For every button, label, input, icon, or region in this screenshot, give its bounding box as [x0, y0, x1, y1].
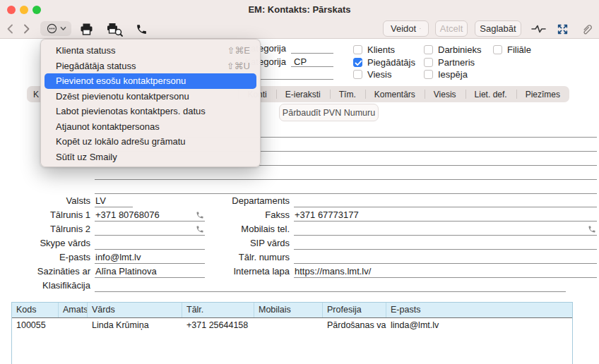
sip-input[interactable]: [294, 237, 597, 250]
checkbox-filiale[interactable]: Filiāle: [493, 44, 531, 54]
mobile-input[interactable]: [294, 223, 597, 236]
more-actions-button[interactable]: [40, 21, 71, 36]
field-label: Tālrunis 1: [0, 209, 90, 222]
column-header-epasts[interactable]: E-pasts: [386, 303, 572, 317]
cancel-button-label: Atcelt: [440, 23, 463, 34]
save-button-label: Saglabāt: [480, 23, 516, 34]
menu-item-shortcut: ⇧⌘E: [227, 43, 250, 59]
field-label: Tālrunis 2: [0, 223, 90, 236]
more-actions-menu: Klienta statuss ⇧⌘E Piegādātāja statuss …: [40, 39, 261, 167]
phone-call-icon[interactable]: [136, 23, 148, 35]
cell-mobilais[interactable]: [254, 318, 323, 334]
activity-icon[interactable]: [531, 25, 546, 33]
toolbar: Veidot Atcelt Saglabāt: [0, 20, 599, 39]
window-title: EM: Kontakts: Pārskats: [0, 4, 599, 15]
phone-dial-icon[interactable]: [588, 225, 596, 233]
menu-item-dzest-pievienotu-kontaktpersonu[interactable]: Dzēst pievienotu kontaktpersonu: [41, 89, 260, 104]
tab-viesis[interactable]: Viesis: [425, 86, 465, 102]
field-label: Fakss: [184, 209, 290, 222]
website-input[interactable]: https://mans.lmt.lv/: [294, 265, 597, 278]
field-label: Skype vārds: [0, 237, 90, 250]
menu-item-sutit-uz-smaily[interactable]: Sūtīt uz Smaily: [41, 150, 260, 165]
field-label: Interneta lapa: [184, 265, 290, 278]
column-header-mobilais[interactable]: Mobilais: [254, 303, 323, 317]
checkbox-label: Piegādātājs: [367, 57, 415, 68]
chevron-down-icon: [420, 25, 421, 32]
field-label: Tālr. numurs: [184, 251, 290, 264]
menu-item-label: Labot pievienotas kontaktpers. datus: [56, 104, 206, 119]
department-input[interactable]: [294, 195, 597, 207]
address-field-line-3[interactable]: [95, 179, 597, 180]
tab-e-ieraksti[interactable]: E-ieraksti: [276, 86, 330, 102]
checkbox-label: Filiāle: [507, 44, 531, 55]
menu-item-piegadataja-statuss[interactable]: Piegādātāja statuss ⇧⌘U: [41, 59, 260, 74]
contacts-table-header: Kods Amats Vārds Tālr. Mobilais Profesij…: [12, 303, 572, 318]
checkbox-klients[interactable]: Klients: [353, 44, 395, 54]
menu-item-labot-pievienotas-kontaktpers-datus[interactable]: Labot pievienotas kontaktpers. datus: [41, 104, 260, 119]
checkbox-box[interactable]: [353, 70, 362, 79]
field-label: Departaments: [184, 195, 290, 207]
column-header-amats[interactable]: Amats: [59, 303, 88, 317]
field-label: Klasifikācija: [0, 279, 90, 292]
tab-tim[interactable]: Tīm.: [330, 86, 365, 102]
chevron-down-icon: [60, 25, 66, 32]
create-button[interactable]: Veidot: [383, 20, 429, 37]
country-input[interactable]: LV: [95, 195, 133, 207]
column-header-vards[interactable]: Vārds: [88, 303, 182, 317]
checkbox-label: Darbinieks: [438, 44, 481, 55]
tab-komentars[interactable]: Komentārs: [365, 86, 425, 102]
field-label: Mobilais tel.: [184, 223, 290, 236]
address-field-line-4[interactable]: [95, 193, 597, 194]
checkbox-box[interactable]: [353, 58, 362, 67]
field-label: Sazināties ar: [0, 265, 90, 278]
menu-item-label: Sūtīt uz Smaily: [56, 150, 117, 165]
cell-kods[interactable]: 100055: [12, 318, 59, 334]
checkbox-box[interactable]: [493, 45, 502, 54]
column-header-profesija[interactable]: Profesija: [323, 303, 386, 317]
checkbox-iespeja[interactable]: Iespēja: [424, 69, 468, 79]
menu-item-shortcut: ⇧⌘U: [227, 59, 250, 74]
forward-chevron-icon[interactable]: [21, 23, 31, 35]
contacts-table: Kods Amats Vārds Tālr. Mobilais Profesij…: [11, 302, 573, 364]
classification-input[interactable]: [95, 279, 566, 292]
checkbox-darbinieks[interactable]: Darbinieks: [424, 44, 481, 54]
table-row[interactable]: 100055 Linda Krūmiņa +371 25644158 Pārdo…: [12, 318, 572, 334]
checkbox-box[interactable]: [353, 45, 362, 54]
tab-piezimes[interactable]: Piezīmes: [516, 86, 569, 102]
expand-fullscreen-icon[interactable]: [557, 23, 569, 35]
checkbox-viesis[interactable]: Viesis: [353, 69, 391, 79]
menu-item-pievienot-esosu-kontaktpersonu[interactable]: Pievienot esošu kontaktpersonu: [45, 73, 256, 89]
cell-vards[interactable]: Linda Krūmiņa: [88, 318, 182, 334]
column-header-kods[interactable]: Kods: [12, 303, 59, 317]
menu-item-kopet-uz-lokalo-adresu-gramatu[interactable]: Kopēt uz lokālo adrešu grāmatu: [41, 134, 260, 150]
field-label: SIP vārds: [184, 237, 290, 250]
back-chevron-icon[interactable]: [6, 23, 16, 35]
create-button-label: Veidot: [391, 23, 416, 34]
cell-talr[interactable]: +371 25644158: [182, 318, 254, 334]
save-button[interactable]: Saglabāt: [475, 20, 521, 37]
app-window: EM: Kontakts: Pārskats V: [0, 0, 599, 364]
checkbox-box[interactable]: [424, 70, 433, 79]
checkbox-box[interactable]: [424, 45, 433, 54]
category-1-field[interactable]: [291, 53, 333, 54]
checkbox-box[interactable]: [424, 58, 433, 67]
menu-item-atjaunot-kontaktpersonas[interactable]: Atjaunot kontaktpersonas: [41, 119, 260, 135]
phone-number-input[interactable]: [294, 251, 597, 264]
cell-epasts[interactable]: linda@lmt.lv: [386, 318, 572, 334]
cell-amats[interactable]: [59, 318, 88, 334]
check-vat-number-button[interactable]: Pārbaudīt PVN Numuru: [279, 104, 379, 121]
cell-profesija[interactable]: Pārdošanas va…: [323, 318, 386, 334]
print-icon[interactable]: [79, 22, 94, 37]
print-preview-icon[interactable]: [106, 22, 124, 37]
column-header-talr[interactable]: Tālr.: [182, 303, 254, 317]
tab-liet-def[interactable]: Liet. def.: [465, 86, 516, 102]
fax-input[interactable]: +371 67773177: [294, 209, 597, 222]
field-label: Valsts: [0, 195, 90, 207]
checkbox-piegadatajs[interactable]: Piegādātājs: [353, 57, 415, 67]
menu-item-label: Klienta statuss: [56, 43, 116, 59]
paperclip-attachment-icon[interactable]: [581, 23, 593, 35]
menu-item-klienta-statuss[interactable]: Klienta statuss ⇧⌘E: [41, 43, 260, 59]
checkbox-partneris[interactable]: Partneris: [424, 57, 475, 67]
category-2-field[interactable]: [291, 66, 333, 67]
checkbox-label: Viesis: [367, 69, 391, 80]
